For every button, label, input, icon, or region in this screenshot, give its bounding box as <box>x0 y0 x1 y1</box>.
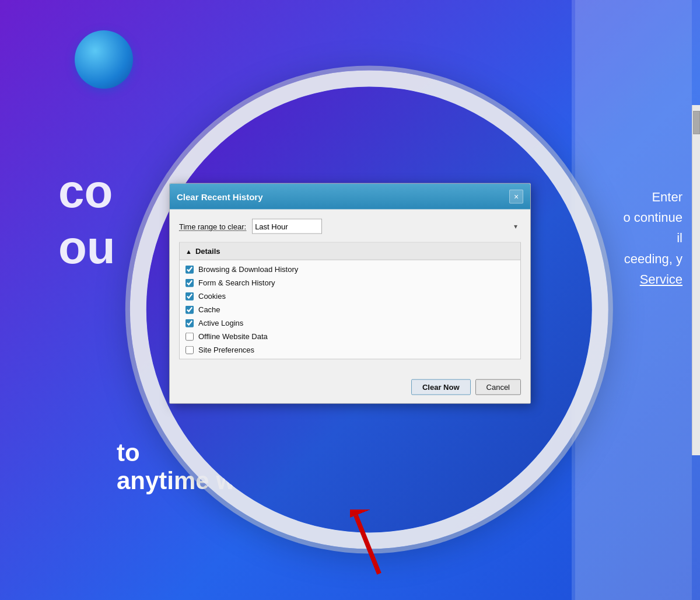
checkbox-offline-website-data[interactable]: Offline Website Data <box>186 332 514 341</box>
checkbox-form-search-input[interactable] <box>186 278 194 287</box>
checkboxes-list: Browsing & Download History Form & Searc… <box>180 260 520 359</box>
dialog-footer: Clear Now Cancel <box>170 374 530 403</box>
checkbox-cookies-label: Cookies <box>198 292 226 301</box>
time-range-row: Time range to clear: Last Hour Last Two … <box>179 219 521 234</box>
checkbox-cache-label: Cache <box>198 305 220 314</box>
details-arrow-icon: ▲ <box>186 247 192 254</box>
checkbox-offline-website-data-label: Offline Website Data <box>198 332 268 341</box>
checkbox-form-search[interactable]: Form & Search History <box>186 278 514 287</box>
time-range-select[interactable]: Last Hour Last Two Hours Last Four Hours… <box>252 219 322 234</box>
checkbox-site-preferences[interactable]: Site Preferences <box>186 346 514 354</box>
dialog-body: Time range to clear: Last Hour Last Two … <box>170 210 530 374</box>
checkbox-browsing-download-input[interactable] <box>186 265 194 273</box>
blue-orb <box>75 30 133 89</box>
dialog-title: Clear Recent History <box>177 191 263 201</box>
cancel-button[interactable]: Cancel <box>475 379 521 395</box>
checkbox-site-preferences-label: Site Preferences <box>198 346 254 354</box>
checkbox-active-logins[interactable]: Active Logins <box>186 319 514 327</box>
details-section: ▲ Details Browsing & Download History Fo… <box>179 242 521 360</box>
checkbox-site-preferences-input[interactable] <box>186 346 194 354</box>
scrollbar-thumb[interactable] <box>693 111 700 134</box>
checkbox-cache[interactable]: Cache <box>186 305 514 314</box>
time-range-label: Time range to clear: <box>179 222 246 231</box>
checkbox-browsing-download-label: Browsing & Download History <box>198 265 298 274</box>
checkbox-cookies[interactable]: Cookies <box>186 292 514 301</box>
details-label: Details <box>195 247 220 256</box>
scrollbar[interactable] <box>692 105 700 455</box>
dialog-titlebar: Clear Recent History × <box>170 184 530 210</box>
time-range-select-wrapper: Last Hour Last Two Hours Last Four Hours… <box>252 219 521 234</box>
checkbox-cache-input[interactable] <box>186 305 194 313</box>
checkbox-browsing-download[interactable]: Browsing & Download History <box>186 265 514 274</box>
details-header[interactable]: ▲ Details <box>180 243 520 260</box>
checkbox-active-logins-label: Active Logins <box>198 319 243 327</box>
checkbox-offline-website-data-input[interactable] <box>186 332 194 340</box>
checkbox-cookies-input[interactable] <box>186 292 194 300</box>
checkbox-form-search-label: Form & Search History <box>198 278 275 287</box>
checkbox-active-logins-input[interactable] <box>186 319 194 327</box>
clear-history-dialog: Clear Recent History × Time range to cle… <box>169 183 531 404</box>
dialog-close-button[interactable]: × <box>509 190 523 204</box>
bg-text-left: co ou <box>58 163 116 275</box>
clear-now-button[interactable]: Clear Now <box>411 379 471 395</box>
